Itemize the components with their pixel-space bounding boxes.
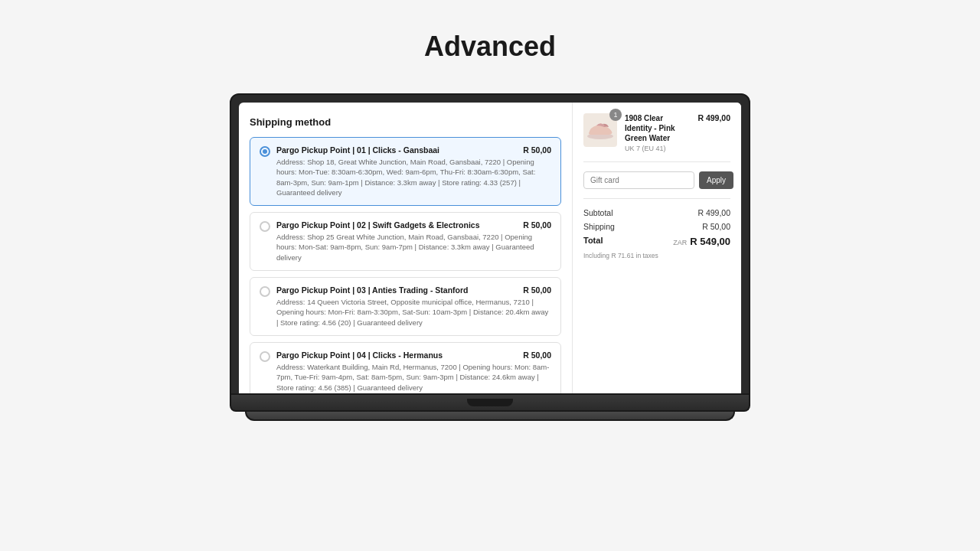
quantity-badge: 1 (609, 109, 622, 121)
option-3-content: Pargo Pickup Point | 03 | Anties Trading… (276, 285, 551, 328)
gift-card-input[interactable] (583, 171, 694, 189)
option-4-details: Address: Waterkant Building, Main Rd, He… (276, 362, 551, 393)
tax-note: Including R 71.61 in taxes (583, 252, 730, 259)
total-row: Total ZAR R 549,00 (583, 236, 730, 247)
shipping-option-2[interactable]: Pargo Pickup Point | 02 | Swift Gadgets … (250, 212, 561, 271)
option-3-price: R 50,00 (523, 285, 551, 295)
laptop-screen-area: Shipping method Pargo Pickup Point | 01 … (230, 93, 750, 395)
subtotal-row: Subtotal R 499,00 (583, 208, 730, 217)
shipping-option-3[interactable]: Pargo Pickup Point | 03 | Anties Trading… (250, 277, 561, 336)
shipping-section-title: Shipping method (250, 116, 561, 128)
option-4-name: Pargo Pickup Point | 04 | Clicks - Herma… (276, 350, 523, 360)
page-title: Advanced (424, 31, 556, 63)
option-2-header: Pargo Pickup Point | 02 | Swift Gadgets … (276, 220, 551, 230)
shipping-panel: Shipping method Pargo Pickup Point | 01 … (239, 103, 573, 393)
radio-option-2 (260, 221, 270, 232)
option-3-header: Pargo Pickup Point | 03 | Anties Trading… (276, 285, 551, 295)
option-1-details: Address: Shop 18, Great White Junction, … (276, 157, 551, 197)
gift-card-row: Apply (583, 171, 730, 189)
order-summary-panel: 1 1908 Clear Identity - Pink Green Water… (573, 103, 741, 393)
divider-2 (583, 198, 730, 199)
total-amount-wrap: ZAR R 549,00 (673, 236, 730, 247)
shipping-option-1[interactable]: Pargo Pickup Point | 01 | Clicks - Gansb… (250, 137, 561, 206)
option-2-price: R 50,00 (523, 220, 551, 230)
product-variant: UK 7 (EU 41) (625, 145, 690, 152)
apply-button[interactable]: Apply (699, 171, 733, 189)
product-price: R 499,00 (697, 113, 730, 122)
shipping-label: Shipping (583, 222, 615, 231)
totals-section: Subtotal R 499,00 Shipping R 50,00 Total… (583, 208, 730, 259)
option-3-name: Pargo Pickup Point | 03 | Anties Trading… (276, 285, 523, 295)
radio-option-3 (260, 286, 270, 297)
option-1-price: R 50,00 (523, 145, 551, 155)
laptop-notch (467, 399, 513, 406)
option-1-name: Pargo Pickup Point | 01 | Clicks - Gansb… (276, 145, 523, 155)
total-amount: R 549,00 (690, 236, 730, 247)
radio-option-1 (260, 146, 270, 157)
option-2-details: Address: Shop 25 Great White Junction, M… (276, 232, 551, 262)
laptop-screen: Shipping method Pargo Pickup Point | 01 … (239, 103, 741, 393)
option-1-header: Pargo Pickup Point | 01 | Clicks - Gansb… (276, 145, 551, 155)
shipping-row: Shipping R 50,00 (583, 222, 730, 231)
option-4-content: Pargo Pickup Point | 04 | Clicks - Herma… (276, 350, 551, 393)
shipping-value: R 50,00 (702, 222, 730, 231)
laptop-foot (245, 412, 735, 421)
option-4-price: R 50,00 (523, 350, 551, 360)
product-name: 1908 Clear Identity - Pink Green Water (625, 113, 690, 143)
laptop-base (230, 395, 750, 412)
subtotal-label: Subtotal (583, 208, 613, 217)
shipping-option-4[interactable]: Pargo Pickup Point | 04 | Clicks - Herma… (250, 342, 561, 393)
subtotal-value: R 499,00 (697, 208, 730, 217)
divider-1 (583, 161, 730, 162)
option-1-content: Pargo Pickup Point | 01 | Clicks - Gansb… (276, 145, 551, 197)
product-row: 1 1908 Clear Identity - Pink Green Water… (583, 113, 730, 152)
option-3-details: Address: 14 Queen Victoria Street, Oppos… (276, 297, 551, 328)
currency-code: ZAR (673, 239, 687, 246)
option-2-content: Pargo Pickup Point | 02 | Swift Gadgets … (276, 220, 551, 262)
radio-option-4 (260, 351, 270, 362)
product-image-wrap: 1 (583, 113, 617, 147)
option-2-name: Pargo Pickup Point | 02 | Swift Gadgets … (276, 220, 523, 230)
option-4-header: Pargo Pickup Point | 04 | Clicks - Herma… (276, 350, 551, 360)
product-info: 1908 Clear Identity - Pink Green Water U… (625, 113, 690, 152)
laptop-mockup: Shipping method Pargo Pickup Point | 01 … (230, 93, 750, 421)
total-label: Total (583, 236, 603, 247)
